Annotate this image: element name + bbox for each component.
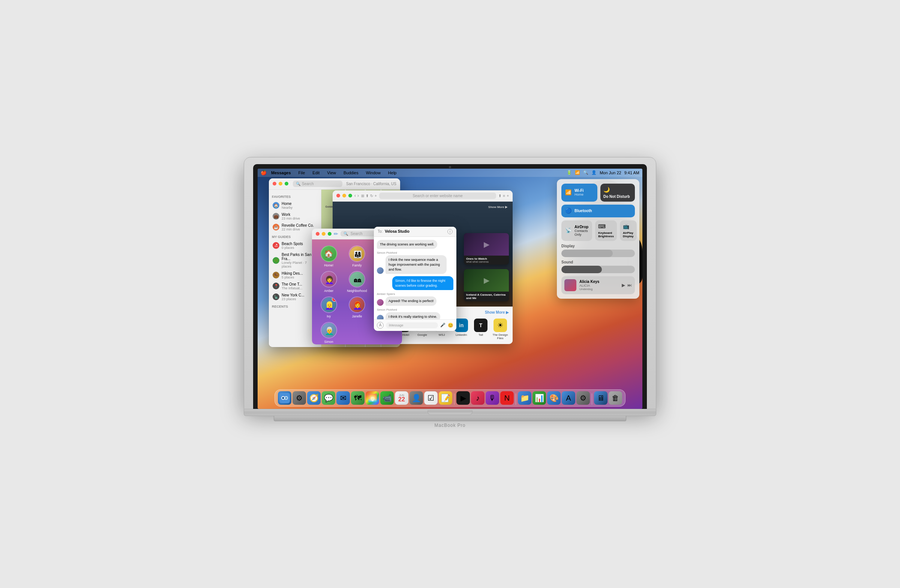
dock-system-preferences[interactable]: ⚙ — [576, 391, 590, 405]
safari-address-bar[interactable]: Search or enter website name — [379, 193, 496, 199]
safari-share-icon[interactable]: ⬆ — [366, 194, 369, 198]
menubar-edit[interactable]: Edit — [311, 170, 321, 176]
msg-1: The driving scenes are working well. — [377, 240, 437, 249]
close-button[interactable] — [273, 182, 276, 186]
maps-coffee-item[interactable]: ☕ Reveille Coffee Co. 22 min drive — [272, 222, 318, 233]
video-show-more[interactable]: Show More ▶ — [486, 204, 510, 209]
maps-guide-newyork[interactable]: 🗽 New York C... 23 places — [272, 292, 318, 302]
info-button[interactable]: i — [447, 229, 453, 234]
dock-safari[interactable]: 🧭 — [307, 391, 321, 405]
cc-bluetooth-tile[interactable]: 🔵 Bluetooth — [562, 204, 635, 217]
video-thumb-2[interactable]: ▶ Iceland A Caravan, Caterina and Me — [464, 269, 509, 301]
battery-icon[interactable]: 🔋 — [566, 170, 572, 175]
user-icon[interactable]: 👤 — [591, 170, 597, 175]
cc-display-slider[interactable] — [562, 249, 635, 257]
dock-keynote[interactable]: 🎨 — [547, 391, 561, 405]
apple-menu[interactable]: 🍎 — [261, 170, 267, 175]
dock-appletv[interactable]: ▶ — [456, 391, 470, 405]
dock-trash[interactable]: 🗑 — [608, 391, 622, 405]
messages-maximize-button[interactable] — [328, 232, 332, 236]
contact-neighborhood-avatar: 🏘 — [349, 271, 365, 288]
dock-news[interactable]: N — [500, 391, 514, 405]
dock-calendar[interactable]: Jun 22 — [395, 391, 408, 405]
contact-family[interactable]: 👨‍👩‍👧 Family — [344, 246, 369, 267]
fav-designfiles[interactable]: ☀ The Design Files — [492, 319, 508, 340]
fav-tall[interactable]: T Tall — [473, 319, 489, 340]
wifi-icon[interactable]: 📶 — [575, 170, 580, 175]
cc-play-button[interactable]: ▶ — [622, 283, 625, 288]
cc-keyboard-label: Keyboard Brightness — [598, 231, 614, 238]
cc-sound-slider[interactable] — [562, 266, 635, 273]
contact-simon[interactable]: 👨‍🦳 Simon — [317, 322, 341, 344]
cc-dnd-tile[interactable]: 🌙 Do Not Disturb — [601, 184, 635, 202]
contact-neighborhood[interactable]: 🏘 Neighborhood — [344, 271, 369, 293]
dock-podcasts[interactable]: 🎙 — [486, 391, 499, 405]
maps-guide-one[interactable]: 📍 The One T... The Infatuat... — [272, 281, 318, 292]
menubar-buddies[interactable]: Buddies — [342, 170, 360, 176]
safari-reload-icon[interactable]: ↻ — [370, 194, 373, 198]
dock-reminders[interactable]: ☑ — [424, 391, 438, 405]
safari-maximize-button[interactable] — [348, 194, 352, 198]
dock-appstore[interactable]: A — [562, 391, 575, 405]
cc-airplay-tile[interactable]: 📺 AirPlay Display — [620, 220, 636, 241]
show-more-button[interactable]: Show More ▶ — [485, 310, 509, 316]
maps-work-item[interactable]: 💼 Work 23 min drive — [272, 211, 318, 222]
message-apps-button[interactable]: A — [377, 322, 383, 329]
safari-close-button[interactable] — [337, 194, 340, 198]
dock-desktop[interactable]: 🖥 — [594, 391, 607, 405]
cc-next-button[interactable]: ⏭ — [627, 283, 632, 288]
maximize-button[interactable] — [285, 182, 289, 186]
dock-contacts[interactable]: 👤 — [410, 391, 423, 405]
dock-messages[interactable]: 💬 — [322, 391, 335, 405]
dock-photos[interactable]: 🌅 — [366, 391, 379, 405]
messages-minimize-button[interactable] — [322, 232, 326, 236]
maps-home-item[interactable]: 🏠 Home Nearby — [272, 200, 318, 211]
safari-share-button[interactable]: ⬆ — [498, 194, 501, 198]
dock-facetime[interactable]: 📹 — [380, 391, 394, 405]
search-icon[interactable]: 🔍 — [583, 170, 588, 175]
contact-ivy[interactable]: 👱‍♀️ ● Ivy — [317, 296, 341, 318]
maps-guide-parks[interactable]: 🌿 Best Parks in San Fra... Lonely Planet… — [272, 251, 318, 270]
msg-4-group: Amber Spiers Agreed! The ending is perfe… — [377, 292, 453, 306]
menubar-window[interactable]: Window — [365, 170, 382, 176]
cc-keyboard-tile[interactable]: ⌨ Keyboard Brightness — [595, 220, 617, 241]
messages-close-button[interactable] — [316, 232, 320, 236]
compose-icon[interactable]: ✏ — [334, 231, 338, 237]
maps-search-bar[interactable]: 🔍 Search — [293, 181, 342, 187]
macbook-bottom-bezel — [244, 409, 656, 416]
safari-add-icon[interactable]: + — [375, 194, 377, 198]
dock-files[interactable]: 📁 — [518, 391, 531, 405]
menubar-help[interactable]: Help — [386, 170, 398, 176]
contact-amber[interactable]: 👩‍🦱 Amber — [317, 271, 341, 293]
menubar-file[interactable]: File — [297, 170, 307, 176]
safari-right-controls: ⬆ ≡ + — [498, 194, 509, 198]
msg-4-avatar — [377, 299, 383, 306]
cc-airdrop-tile[interactable]: 📡 AirDrop Contacts Only — [562, 220, 592, 241]
video-thumb-1[interactable]: ▶ Ones to Watch what what cameras — [464, 233, 509, 265]
dock-maps[interactable]: 🗺 — [351, 391, 365, 405]
maps-guide-beach[interactable]: 🏖 Beach Spots 0 places — [272, 240, 318, 251]
dock-numbers[interactable]: 📊 — [532, 391, 546, 405]
dock-notes[interactable]: 📝 — [439, 391, 452, 405]
safari-forward-button[interactable]: › — [357, 193, 359, 198]
safari-minimize-button[interactable] — [342, 194, 346, 198]
contact-home[interactable]: 🏠 Home! — [317, 246, 341, 267]
fav-designfiles-label: The Design Files — [492, 333, 508, 340]
imessage-input-field[interactable]: iMessage — [386, 322, 438, 328]
maps-guide-hiking[interactable]: 🥾 Hiking Des... 5 places — [272, 270, 318, 281]
minimize-button[interactable] — [279, 182, 282, 186]
menubar-app-name[interactable]: Messages — [270, 170, 293, 176]
dock-mail[interactable]: ✉ — [337, 391, 350, 405]
safari-back-button[interactable]: ‹ — [354, 193, 356, 198]
dock-music[interactable]: ♪ — [471, 391, 484, 405]
dock-launchpad[interactable]: ⚙ — [293, 391, 306, 405]
safari-sidebar-button[interactable]: ≡ — [503, 194, 505, 198]
cc-wifi-tile[interactable]: 📶 Wi-Fi Home — [562, 184, 597, 202]
dock-finder[interactable] — [278, 391, 292, 405]
audio-button[interactable]: 🎤 — [440, 323, 445, 328]
contact-janelle[interactable]: 👩‍🦰 Janelle — [344, 296, 369, 318]
safari-tab-icon[interactable]: ⊞ — [361, 194, 364, 198]
safari-new-tab-button[interactable]: + — [507, 194, 509, 198]
menubar-view[interactable]: View — [326, 170, 337, 176]
emoji-button[interactable]: 😊 — [448, 323, 453, 328]
